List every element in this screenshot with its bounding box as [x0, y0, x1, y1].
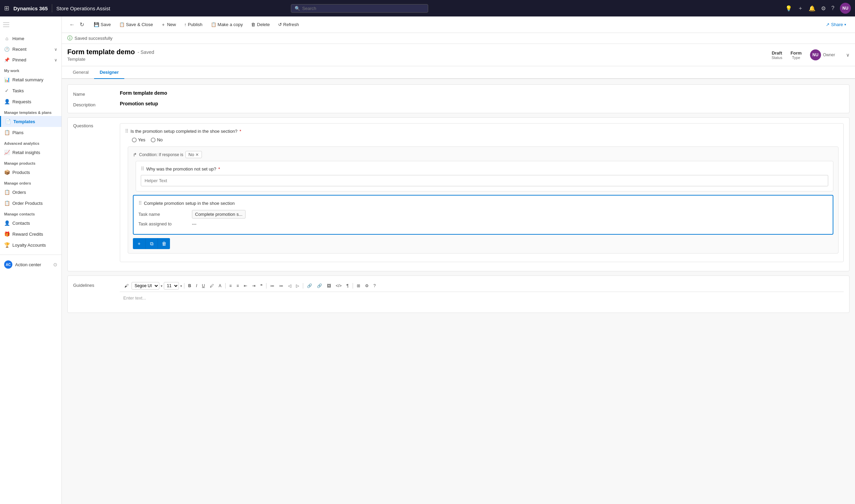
- question-2-input[interactable]: [141, 175, 828, 186]
- indent-button[interactable]: ▷: [294, 282, 301, 289]
- task-name-value: Complete promotion s...: [192, 210, 246, 219]
- sidebar-item-action-center[interactable]: AC Action center ⊙: [0, 258, 61, 271]
- bullet-list-button[interactable]: ≔: [269, 282, 276, 289]
- sidebar-item-loyalty-accounts[interactable]: 🏆 Loyalty Accounts: [0, 239, 61, 250]
- image-button[interactable]: 🖼: [325, 282, 333, 289]
- retail-summary-icon: 📊: [4, 77, 10, 82]
- radio-no[interactable]: No: [151, 137, 163, 142]
- hamburger-menu[interactable]: [0, 16, 12, 33]
- settings-editor-button[interactable]: ⚙: [363, 282, 370, 289]
- sidebar-item-order-products[interactable]: 📋 Order Products: [0, 198, 61, 209]
- radio-yes-circle: [132, 138, 137, 142]
- form-title: Form template demo - Saved: [67, 48, 772, 56]
- question-2-block: ⠿ Why was the promotion not set up? *: [136, 161, 833, 191]
- plans-icon: 📋: [4, 130, 10, 135]
- sidebar-item-contacts[interactable]: 👤 Contacts: [0, 218, 61, 228]
- tab-general[interactable]: General: [67, 66, 94, 79]
- help-icon[interactable]: 💡: [785, 5, 792, 12]
- required-star-1: *: [239, 129, 241, 134]
- unlink-button[interactable]: 🔗: [315, 282, 324, 289]
- bold-button[interactable]: B: [186, 282, 193, 289]
- outdent-button[interactable]: ◁: [286, 282, 293, 289]
- quote-button[interactable]: ❝: [259, 282, 264, 289]
- contacts-icon: 👤: [4, 220, 10, 226]
- topbar: ⊞ Dynamics 365 Store Operations Assist 🔍…: [0, 0, 855, 16]
- sidebar-item-tasks[interactable]: ✓ Tasks: [0, 85, 61, 96]
- font-color-button[interactable]: A: [217, 282, 223, 289]
- action-center-pin-icon[interactable]: ⊙: [53, 262, 57, 267]
- underline-button[interactable]: U: [200, 282, 207, 289]
- make-copy-button[interactable]: 📋 Make a copy: [207, 20, 247, 29]
- sidebar-item-reward-credits[interactable]: 🎁 Reward Credits: [0, 228, 61, 239]
- search-box[interactable]: 🔍: [291, 4, 428, 13]
- description-label: Description: [73, 101, 114, 107]
- numbered-list-button[interactable]: ≔: [277, 282, 285, 289]
- tab-designer[interactable]: Designer: [94, 66, 124, 79]
- indent-left-button[interactable]: ⇤: [242, 282, 249, 289]
- sidebar-item-requests[interactable]: 👤 Requests: [0, 96, 61, 107]
- action-center-avatar: AC: [4, 260, 12, 269]
- save-close-button[interactable]: 📋 Save & Close: [116, 20, 157, 29]
- italic-button[interactable]: I: [194, 282, 199, 289]
- help-editor-button[interactable]: ?: [372, 282, 378, 289]
- editor-sep-4: [303, 283, 303, 289]
- sidebar-item-products[interactable]: 📦 Products: [0, 167, 61, 178]
- sidebar-item-retail-insights[interactable]: 📈 Retail insights: [0, 147, 61, 158]
- code-button[interactable]: </>: [334, 282, 343, 289]
- add-icon[interactable]: ＋: [798, 5, 803, 12]
- radio-no-circle: [151, 138, 156, 142]
- copy-item-button[interactable]: ⧉: [145, 238, 158, 249]
- table-button[interactable]: ⊞: [355, 282, 362, 289]
- paint-format-button[interactable]: 🖌: [123, 282, 130, 289]
- question-icon[interactable]: ?: [831, 5, 834, 11]
- font-size-select[interactable]: 11: [164, 282, 179, 290]
- sidebar-item-orders[interactable]: 📋 Orders: [0, 187, 61, 198]
- sidebar-item-recent[interactable]: 🕐 Recent ∨: [0, 44, 61, 55]
- apps-menu-icon[interactable]: ⊞: [4, 4, 9, 12]
- save-button[interactable]: 💾 Save: [90, 20, 114, 29]
- copy-icon: 📋: [211, 22, 216, 27]
- manage-templates-label: Manage templates & plans: [0, 107, 61, 116]
- sidebar-item-pinned[interactable]: 📌 Pinned ∨: [0, 55, 61, 65]
- questions-label: Questions: [73, 123, 114, 266]
- delete-item-button[interactable]: 🗑: [158, 238, 170, 249]
- recent-chevron-icon: ∨: [54, 47, 57, 52]
- question-2-title: ⠿ Why was the promotion not set up? *: [141, 166, 828, 172]
- publish-button[interactable]: ↑ Publish: [181, 20, 206, 29]
- notifications-icon[interactable]: 🔔: [809, 5, 816, 12]
- search-input[interactable]: [302, 6, 424, 11]
- guidelines-content[interactable]: Enter text...: [120, 292, 844, 313]
- back-button[interactable]: ←: [67, 20, 77, 29]
- drag-handle-task[interactable]: ⠿: [138, 200, 142, 206]
- drag-handle-1[interactable]: ⠿: [125, 128, 128, 134]
- align-left-button[interactable]: ≡: [228, 282, 233, 289]
- share-button[interactable]: ↗ Share ▾: [822, 20, 850, 29]
- name-row: Name Form template demo: [73, 90, 844, 97]
- app-name: Store Operations Assist: [56, 5, 110, 11]
- sidebar-item-templates[interactable]: 📄 Templates: [0, 116, 61, 127]
- add-item-button[interactable]: +: [133, 238, 145, 249]
- forward-button[interactable]: ↻: [78, 20, 86, 29]
- settings-icon[interactable]: ⚙: [821, 5, 826, 12]
- radio-yes[interactable]: Yes: [132, 137, 145, 142]
- user-avatar[interactable]: NU: [840, 3, 851, 14]
- sidebar-item-home[interactable]: ⌂ Home: [0, 33, 61, 44]
- loyalty-accounts-icon: 🏆: [4, 242, 10, 248]
- pilcrow-button[interactable]: ¶: [345, 282, 350, 289]
- drag-handle-2[interactable]: ⠿: [141, 166, 144, 172]
- font-family-select[interactable]: Segoe UI: [132, 282, 159, 290]
- orders-icon: 📋: [4, 189, 10, 195]
- header-chevron-icon[interactable]: ∨: [846, 52, 850, 58]
- indent-right-button[interactable]: ⇥: [250, 282, 257, 289]
- condition-remove-button[interactable]: ✕: [195, 152, 199, 157]
- link-button[interactable]: 🔗: [305, 282, 314, 289]
- refresh-button[interactable]: ↺ Refresh: [275, 20, 303, 29]
- sidebar-item-retail-summary[interactable]: 📊 Retail summary: [0, 74, 61, 85]
- new-button[interactable]: ＋ New: [158, 20, 179, 30]
- brand: Dynamics 365: [13, 5, 48, 11]
- delete-button[interactable]: 🗑 Delete: [248, 20, 273, 29]
- highlight-button[interactable]: 🖊: [208, 282, 216, 289]
- task-assigned-value: ---: [192, 221, 196, 226]
- sidebar-item-plans[interactable]: 📋 Plans: [0, 127, 61, 138]
- align-center-button[interactable]: ≡: [235, 282, 241, 289]
